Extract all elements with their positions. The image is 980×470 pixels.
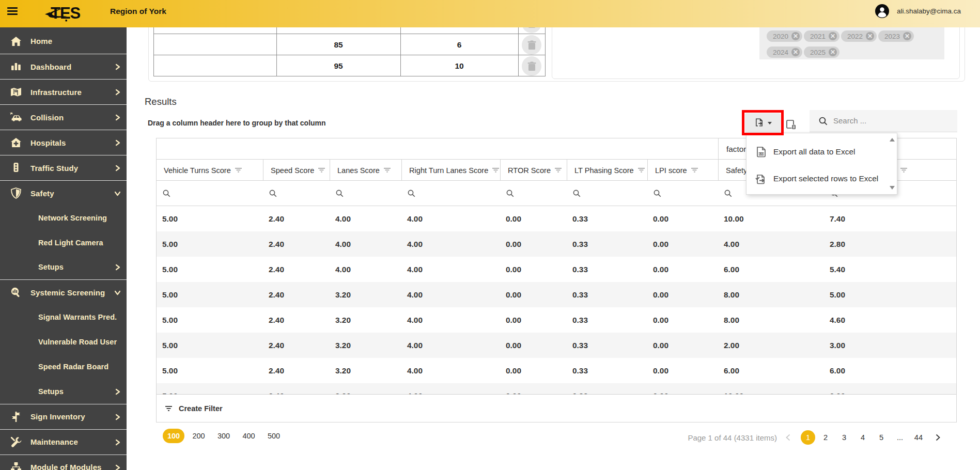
dropdown-scrollbar[interactable] bbox=[889, 134, 896, 193]
scroll-up-icon[interactable] bbox=[890, 138, 895, 142]
chevron-right-icon bbox=[114, 413, 121, 420]
chip-remove-icon[interactable]: ✕ bbox=[829, 48, 837, 56]
infrastructure-icon bbox=[9, 85, 23, 99]
year-chip-label: 2021 bbox=[810, 33, 826, 40]
table-row[interactable]: 5.002.403.204.000.000.330.008.005.00 bbox=[157, 282, 956, 307]
table-row[interactable]: 5.002.403.204.000.000.330.006.006.00 bbox=[157, 358, 956, 383]
table-row[interactable]: 5.002.404.004.000.000.330.004.002.80 bbox=[157, 231, 956, 257]
user-avatar-icon[interactable] bbox=[875, 4, 889, 18]
column-header-0[interactable]: Vehicle Turns Score bbox=[157, 160, 263, 181]
sidebar-item-dashboard[interactable]: Dashboard bbox=[0, 54, 127, 79]
filter-cell-2[interactable] bbox=[330, 181, 401, 206]
delete-row-button[interactable] bbox=[522, 35, 541, 55]
chip-remove-icon[interactable]: ✕ bbox=[791, 32, 800, 40]
column-header-4[interactable]: RTOR Score bbox=[500, 160, 567, 181]
column-header-label: Speed Score bbox=[271, 166, 314, 175]
table-cell: 5.00 bbox=[157, 257, 263, 282]
table-cell: 4.00 bbox=[330, 206, 401, 231]
page-4[interactable]: 4 bbox=[856, 433, 869, 442]
page-5[interactable]: 5 bbox=[875, 433, 888, 442]
chip-remove-icon[interactable]: ✕ bbox=[903, 32, 911, 40]
table-cell: 2.40 bbox=[263, 333, 330, 358]
table-cell: 4.00 bbox=[401, 206, 500, 231]
sidebar-item-infrastructure[interactable]: Infrastructure bbox=[0, 79, 127, 104]
table-row[interactable]: 5.002.404.004.000.000.330.006.005.40 bbox=[157, 257, 956, 282]
search-input[interactable]: Search ... bbox=[810, 110, 957, 132]
filter-cell-6[interactable] bbox=[647, 181, 718, 206]
table-row[interactable]: 5.002.403.204.000.000.330.0010.006.00 bbox=[157, 383, 956, 394]
table-cell: 6.00 bbox=[718, 358, 824, 383]
column-header-1[interactable]: Speed Score bbox=[263, 160, 330, 181]
filter-cell-3[interactable] bbox=[401, 181, 500, 206]
chip-remove-icon[interactable]: ✕ bbox=[866, 32, 874, 40]
table-row[interactable]: 5.002.403.204.000.000.330.008.004.60 bbox=[157, 307, 956, 333]
column-header-2[interactable]: Lanes Score bbox=[330, 160, 401, 181]
table-row[interactable]: 5.002.404.004.000.000.330.0010.007.40 bbox=[157, 206, 956, 231]
column-header-3[interactable]: Right Turn Lanes Score bbox=[401, 160, 500, 181]
sidebar-item-vulnerable-road-user[interactable]: Vulnerable Road User bbox=[0, 330, 127, 354]
chip-remove-icon[interactable]: ✕ bbox=[829, 32, 837, 40]
chevron-right-icon bbox=[114, 164, 121, 171]
sidebar-item-traffic-study[interactable]: Traffic Study bbox=[0, 155, 127, 180]
table-cell: 0.00 bbox=[500, 257, 567, 282]
sidebar-item-sign-inventory[interactable]: Sign Inventory bbox=[0, 404, 127, 429]
group-drag-hint: Drag a column header here to group by th… bbox=[148, 119, 326, 127]
page-1[interactable]: 1 bbox=[801, 430, 815, 445]
scroll-down-icon[interactable] bbox=[890, 186, 895, 190]
page-size-400[interactable]: 400 bbox=[238, 429, 260, 443]
module-of-modules-icon bbox=[9, 460, 23, 470]
export-button[interactable] bbox=[745, 113, 781, 133]
menu-toggle-icon[interactable] bbox=[7, 7, 18, 15]
sidebar-item-setups[interactable]: Setups bbox=[0, 379, 127, 404]
export-icon bbox=[754, 118, 765, 129]
filter-cell-4[interactable] bbox=[500, 181, 567, 206]
table-cell: 6.00 bbox=[718, 257, 824, 282]
page-size-200[interactable]: 200 bbox=[188, 429, 210, 443]
filter-cell-5[interactable] bbox=[567, 181, 647, 206]
page-44[interactable]: 44 bbox=[912, 433, 925, 442]
sidebar-item-systemic-screening[interactable]: Systemic Screening bbox=[0, 279, 127, 305]
page-size-500[interactable]: 500 bbox=[263, 429, 285, 443]
sidebar-item-label: Dashboard bbox=[30, 62, 71, 71]
sidebar-nav: HomeDashboardInfrastructureCollisionHosp… bbox=[0, 27, 127, 470]
table-cell: 0.33 bbox=[567, 257, 647, 282]
sidebar-item-label: Signal Warrants Pred. bbox=[38, 313, 117, 321]
sidebar-item-hospitals[interactable]: Hospitals bbox=[0, 130, 127, 155]
prev-page-icon[interactable] bbox=[785, 434, 791, 441]
sidebar-item-home[interactable]: Home bbox=[0, 28, 127, 54]
sidebar-item-collision[interactable]: Collision bbox=[0, 104, 127, 130]
chip-remove-icon[interactable]: ✕ bbox=[791, 48, 800, 56]
column-header-5[interactable]: LT Phasing Score bbox=[567, 160, 647, 181]
sidebar-item-module-of-modules[interactable]: Module of Modules bbox=[0, 455, 127, 470]
page-size-300[interactable]: 300 bbox=[213, 429, 235, 443]
sign-inventory-icon bbox=[9, 410, 23, 424]
sidebar-item-maintenance[interactable]: Maintenance bbox=[0, 429, 127, 455]
page-3[interactable]: 3 bbox=[837, 433, 851, 442]
page-2[interactable]: 2 bbox=[819, 433, 832, 442]
filter-cell-1[interactable] bbox=[263, 181, 330, 206]
next-page-icon[interactable] bbox=[935, 434, 941, 441]
column-header-6[interactable]: LPI score bbox=[647, 160, 718, 181]
year-chip-label: 2024 bbox=[773, 49, 788, 56]
page-size-100[interactable]: 100 bbox=[163, 429, 184, 443]
column-chooser-button[interactable] bbox=[784, 118, 798, 131]
sidebar-item-safety[interactable]: Safety bbox=[0, 180, 127, 206]
menu-item-export-all[interactable]: XLSXExport all data to Excel bbox=[746, 138, 889, 165]
menu-item-label: Export selected rows to Excel bbox=[773, 174, 878, 183]
sidebar-item-speed-radar-board[interactable]: Speed Radar Board bbox=[0, 354, 127, 379]
user-email[interactable]: ali.shalaby@cima.ca bbox=[897, 7, 961, 15]
table-cell: 4.00 bbox=[401, 333, 500, 358]
sidebar-item-network-screening[interactable]: Network Screening bbox=[0, 206, 127, 230]
sidebar-item-red-light-camera[interactable]: Red Light Camera bbox=[0, 230, 127, 255]
table-row[interactable]: 5.002.403.204.000.000.330.002.003.00 bbox=[157, 333, 956, 358]
filter-cell-0[interactable] bbox=[157, 181, 263, 206]
table-cell: 3.20 bbox=[330, 307, 401, 333]
delete-row-button[interactable] bbox=[522, 56, 541, 76]
page-...[interactable]: ... bbox=[893, 433, 907, 442]
table-cell: 5.00 bbox=[157, 231, 263, 257]
create-filter-button[interactable]: Create Filter bbox=[157, 394, 956, 422]
table-cell: 5.00 bbox=[157, 333, 263, 358]
sidebar-item-setups[interactable]: Setups bbox=[0, 255, 127, 280]
menu-item-export-selected[interactable]: Export selected rows to Excel bbox=[746, 165, 889, 192]
sidebar-item-signal-warrants-pred-[interactable]: Signal Warrants Pred. bbox=[0, 305, 127, 330]
